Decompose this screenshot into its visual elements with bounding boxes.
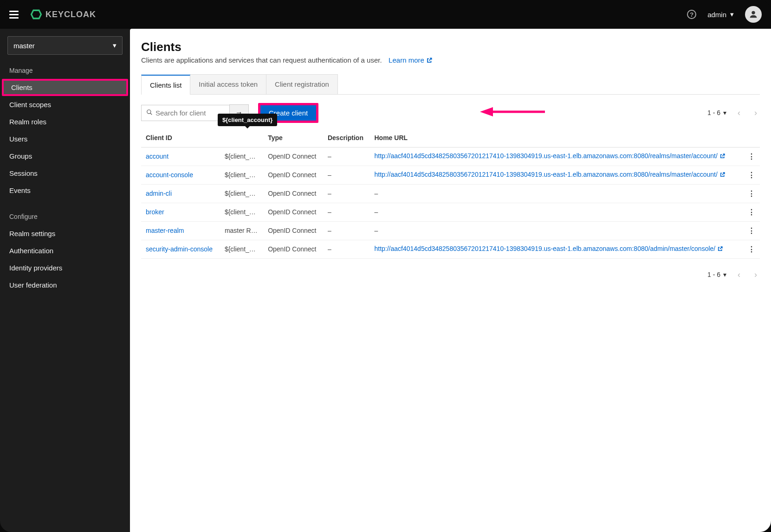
- table-row: account${client_acc...OpenID Connect–htt…: [141, 147, 760, 166]
- external-link-icon: [719, 153, 726, 160]
- sidebar-item-clients[interactable]: Clients: [2, 79, 128, 96]
- tab-initial-access-token[interactable]: Initial access token: [190, 74, 266, 94]
- table-row: master-realmmaster RealmOpenID Connect––…: [141, 221, 760, 240]
- client-type: OpenID Connect: [263, 203, 323, 221]
- sidebar-item-realm-roles[interactable]: Realm roles: [0, 113, 130, 130]
- page-title: Clients: [141, 40, 760, 54]
- column-header: Home URL: [369, 128, 743, 147]
- column-header: Type: [263, 128, 323, 147]
- tooltip: ${client_account}: [218, 114, 277, 126]
- row-actions-button[interactable]: ⋮: [743, 166, 760, 184]
- tab-clients-list[interactable]: Clients list: [141, 75, 190, 95]
- search-input-wrapper: [141, 105, 229, 121]
- client-name: ${client_acc...: [220, 166, 263, 184]
- page-description-row: Clients are applications and services th…: [141, 56, 760, 65]
- client-id-link[interactable]: account: [141, 147, 220, 166]
- sidebar-item-authentication[interactable]: Authentication: [0, 242, 130, 259]
- client-home-url: –: [369, 221, 743, 240]
- table-row: security-admin-console${client_sec...Ope…: [141, 240, 760, 258]
- caret-down-icon: ▾: [723, 109, 726, 116]
- client-description: –: [323, 203, 370, 221]
- top-header: KEYCLOAK ? admin ▾: [0, 0, 771, 29]
- sidebar-item-identity-providers[interactable]: Identity providers: [0, 259, 130, 276]
- client-home-url[interactable]: http://aacf4014d5cd34825803567201217410-…: [369, 166, 743, 184]
- client-description: –: [323, 184, 370, 203]
- page-prev-button[interactable]: ‹: [735, 108, 743, 118]
- table-row: broker${client_bro...OpenID Connect––⋮: [141, 203, 760, 221]
- column-header: Client ID: [141, 128, 220, 147]
- table-row: account-console${client_acc...OpenID Con…: [141, 166, 760, 184]
- client-name: ${client_sec...: [220, 240, 263, 258]
- client-type: OpenID Connect: [263, 166, 323, 184]
- sidebar-item-client-scopes[interactable]: Client scopes: [0, 96, 130, 113]
- page-prev-button[interactable]: ‹: [735, 270, 743, 280]
- section-manage: Manage: [0, 62, 130, 79]
- client-id-link[interactable]: master-realm: [141, 221, 220, 240]
- caret-down-icon: ▾: [113, 41, 117, 50]
- table-row: admin-cli${client_ad...OpenID Connect––⋮: [141, 184, 760, 203]
- client-name: ${client_bro...: [220, 203, 263, 221]
- main-content: Clients Clients are applications and ser…: [130, 29, 771, 532]
- realm-name: master: [13, 42, 35, 50]
- svg-point-2: [752, 11, 755, 14]
- client-description: –: [323, 147, 370, 166]
- external-link-icon: [426, 57, 433, 65]
- section-configure: Configure: [0, 208, 130, 225]
- row-actions-button[interactable]: ⋮: [743, 240, 760, 258]
- client-description: –: [323, 240, 370, 258]
- search-input[interactable]: [155, 109, 225, 117]
- tabs: Clients listInitial access tokenClient r…: [141, 74, 760, 95]
- pagination-range[interactable]: 1 - 6 ▾: [707, 109, 726, 116]
- realm-selector[interactable]: master ▾: [7, 36, 123, 55]
- caret-down-icon: ▾: [723, 271, 726, 278]
- avatar[interactable]: [745, 6, 762, 23]
- client-id-link[interactable]: account-console: [141, 166, 220, 184]
- page-next-button[interactable]: ›: [752, 108, 760, 118]
- logo-text: KEYCLOAK: [45, 10, 96, 19]
- client-id-link[interactable]: security-admin-console: [141, 240, 220, 258]
- client-home-url: –: [369, 184, 743, 203]
- sidebar-item-realm-settings[interactable]: Realm settings: [0, 225, 130, 242]
- svg-marker-6: [480, 107, 493, 116]
- page-next-button[interactable]: ›: [752, 270, 760, 280]
- client-type: OpenID Connect: [263, 147, 323, 166]
- search-icon: [146, 109, 153, 117]
- client-id-link[interactable]: broker: [141, 203, 220, 221]
- help-icon[interactable]: ?: [687, 10, 696, 19]
- client-name: master Realm: [220, 221, 263, 240]
- user-label: admin: [707, 11, 726, 19]
- column-header: ${client_account}: [220, 128, 263, 147]
- keycloak-logo: KEYCLOAK: [30, 8, 96, 21]
- page-description: Clients are applications and services th…: [141, 56, 382, 64]
- svg-line-4: [150, 113, 152, 115]
- client-home-url[interactable]: http://aacf4014d5cd34825803567201217410-…: [369, 240, 743, 258]
- user-menu[interactable]: admin ▾: [707, 10, 734, 19]
- annotation-arrow: [480, 106, 545, 119]
- row-actions-button[interactable]: ⋮: [743, 203, 760, 221]
- clients-table: Client ID${client_account}TypeDescriptio…: [141, 128, 760, 259]
- menu-toggle-icon[interactable]: [9, 11, 19, 19]
- sidebar-item-events[interactable]: Events: [0, 182, 130, 199]
- client-home-url: –: [369, 203, 743, 221]
- tab-client-registration[interactable]: Client registration: [266, 74, 338, 94]
- learn-more-link[interactable]: Learn more: [389, 56, 433, 64]
- client-id-link[interactable]: admin-cli: [141, 184, 220, 203]
- client-type: OpenID Connect: [263, 221, 323, 240]
- row-actions-button[interactable]: ⋮: [743, 221, 760, 240]
- pagination-range[interactable]: 1 - 6 ▾: [707, 271, 726, 278]
- row-actions-button[interactable]: ⋮: [743, 184, 760, 203]
- svg-marker-1: [32, 11, 40, 18]
- sidebar: master ▾ Manage ClientsClient scopesReal…: [0, 29, 130, 532]
- caret-down-icon: ▾: [730, 10, 734, 19]
- row-actions-button[interactable]: ⋮: [743, 147, 760, 166]
- client-type: OpenID Connect: [263, 184, 323, 203]
- sidebar-item-user-federation[interactable]: User federation: [0, 276, 130, 294]
- sidebar-item-sessions[interactable]: Sessions: [0, 165, 130, 182]
- client-home-url[interactable]: http://aacf4014d5cd34825803567201217410-…: [369, 147, 743, 166]
- logo-icon: [30, 8, 43, 21]
- sidebar-item-groups[interactable]: Groups: [0, 147, 130, 165]
- svg-point-3: [147, 109, 151, 113]
- external-link-icon: [719, 172, 726, 179]
- bottom-pagination: 1 - 6 ▾ ‹ ›: [141, 270, 760, 280]
- sidebar-item-users[interactable]: Users: [0, 130, 130, 147]
